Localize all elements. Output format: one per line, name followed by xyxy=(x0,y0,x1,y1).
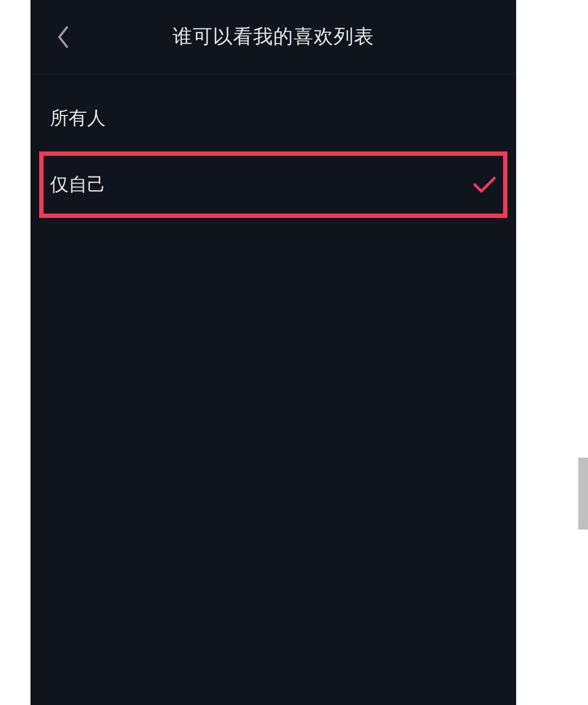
options-list: 所有人 仅自己 xyxy=(30,74,516,218)
checkmark-icon xyxy=(473,175,497,195)
app-container: 谁可以看我的喜欢列表 所有人 仅自己 xyxy=(30,0,516,705)
back-button[interactable] xyxy=(51,25,75,49)
page-title: 谁可以看我的喜欢列表 xyxy=(173,23,374,50)
chevron-left-icon xyxy=(56,25,70,49)
scrollbar[interactable] xyxy=(578,458,588,530)
option-everyone[interactable]: 所有人 xyxy=(30,85,516,151)
option-only-me[interactable]: 仅自己 xyxy=(39,151,507,218)
header: 谁可以看我的喜欢列表 xyxy=(30,0,516,74)
option-label: 仅自己 xyxy=(50,172,106,197)
option-label: 所有人 xyxy=(50,106,106,131)
